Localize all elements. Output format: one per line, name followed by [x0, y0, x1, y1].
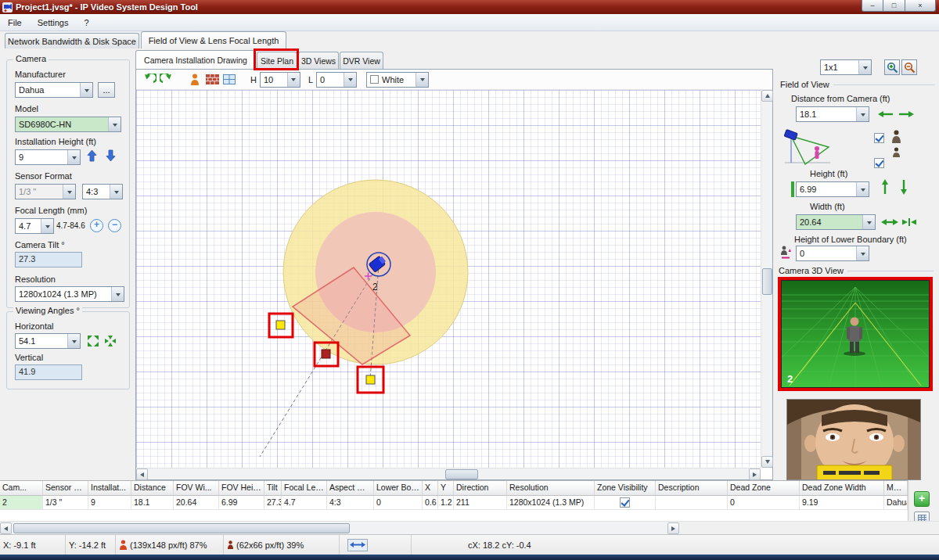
- width-expand-button[interactable]: [880, 217, 899, 227]
- col-aspect-ratio[interactable]: Aspect Ra...: [327, 481, 374, 496]
- site-plan-canvas[interactable]: 2: [136, 90, 761, 468]
- fov-direction-handle[interactable]: [322, 350, 330, 358]
- table-hscrollbar[interactable]: [0, 521, 681, 534]
- col-dead-zone[interactable]: Dead Zone: [728, 481, 800, 496]
- wall-color-select[interactable]: White: [366, 72, 429, 88]
- chevron-down-icon[interactable]: [111, 287, 124, 301]
- lower-camera-button[interactable]: [106, 149, 116, 163]
- cell-lower-boundary[interactable]: 0: [374, 496, 423, 510]
- wall-height-select[interactable]: 10: [260, 72, 300, 88]
- lower-boundary-select[interactable]: 0: [796, 246, 869, 261]
- chevron-down-icon[interactable]: [108, 117, 121, 131]
- col-resolution[interactable]: Resolution: [507, 481, 595, 496]
- chevron-down-icon[interactable]: [41, 219, 53, 233]
- cell-fov-height[interactable]: 6.99: [219, 496, 264, 510]
- col-zone-visibility[interactable]: Zone Visibility: [595, 481, 656, 496]
- width-shrink-button[interactable]: [901, 217, 918, 227]
- cell-fov-width[interactable]: 20.64: [174, 496, 219, 510]
- col-description[interactable]: Description: [656, 481, 728, 496]
- table-row[interactable]: 2 1/3 " 9 18.1 20.64 6.99 27.3 4.7 4:3 0…: [0, 496, 908, 510]
- model-select[interactable]: SD6980C-HN: [15, 117, 121, 132]
- close-button[interactable]: ×: [905, 0, 936, 12]
- chevron-down-icon[interactable]: [80, 83, 92, 97]
- col-dead-zone-width[interactable]: Dead Zone Width: [800, 481, 884, 496]
- chevron-down-icon[interactable]: [856, 246, 869, 260]
- cell-tilt[interactable]: 27.3: [264, 496, 282, 510]
- scroll-left-button[interactable]: [136, 468, 148, 480]
- chevron-down-icon[interactable]: [63, 185, 75, 199]
- vertical-angle-field[interactable]: 41.9: [15, 364, 82, 380]
- aspect-ratio-select[interactable]: 4:3: [82, 184, 123, 199]
- chevron-down-icon[interactable]: [416, 73, 428, 87]
- menu-help[interactable]: ?: [76, 16, 96, 29]
- cell-direction[interactable]: 211: [454, 496, 507, 510]
- add-wall-button[interactable]: [203, 71, 221, 88]
- wall-length-select[interactable]: 0: [316, 72, 357, 88]
- chevron-down-icon[interactable]: [856, 182, 869, 196]
- col-fov-width[interactable]: FOV Wi...: [174, 481, 219, 496]
- fov-distance-handle[interactable]: [366, 375, 375, 384]
- scroll-up-button[interactable]: [761, 90, 773, 102]
- tab-field-of-view[interactable]: Field of View & Lens Focal Length: [141, 31, 286, 48]
- chevron-down-icon[interactable]: [858, 60, 871, 74]
- zoom-out-button[interactable]: [901, 59, 917, 75]
- col-manufacturer[interactable]: Ma...: [884, 481, 908, 496]
- cell-distance[interactable]: 18.1: [131, 496, 174, 510]
- distance-increase-button[interactable]: [898, 109, 915, 119]
- menu-file[interactable]: File: [0, 16, 30, 29]
- width-select[interactable]: 20.64: [796, 214, 876, 230]
- col-installation[interactable]: Installat...: [88, 481, 131, 496]
- table-scroll-right-button[interactable]: [667, 522, 679, 534]
- cell-y[interactable]: 1.2: [438, 496, 454, 510]
- chevron-down-icon[interactable]: [67, 150, 80, 164]
- sensor-format-select[interactable]: 1/3 ": [15, 184, 76, 199]
- col-lower-boundary[interactable]: Lower Bou...: [374, 481, 423, 496]
- zoom-in-button[interactable]: [884, 59, 900, 75]
- cell-focal-length[interactable]: 4.7: [282, 496, 327, 510]
- vscroll-thumb[interactable]: [762, 268, 772, 295]
- col-camera[interactable]: Cam...: [0, 481, 43, 496]
- col-sensor-size[interactable]: Sensor Si...: [43, 481, 88, 496]
- cell-camera[interactable]: 2: [0, 496, 43, 510]
- scroll-right-button[interactable]: [749, 468, 761, 480]
- height-increase-button[interactable]: [880, 178, 890, 196]
- distance-decrease-button[interactable]: [877, 109, 894, 119]
- cell-dead-zone[interactable]: 0: [728, 496, 800, 510]
- cell-aspect-ratio[interactable]: 4:3: [327, 496, 374, 510]
- distance-select[interactable]: 18.1: [796, 106, 869, 122]
- chevron-down-icon[interactable]: [287, 73, 300, 87]
- raise-camera-button[interactable]: [87, 149, 97, 163]
- tab-camera-installation-drawing[interactable]: Camera Installation Drawing: [135, 50, 256, 69]
- col-x[interactable]: X: [423, 481, 438, 496]
- redo-button[interactable]: [158, 71, 175, 88]
- undo-button[interactable]: [141, 71, 158, 88]
- zone-visibility-checkbox[interactable]: [620, 497, 630, 508]
- tab-dvr-view[interactable]: DVR View: [340, 52, 383, 69]
- maximize-button[interactable]: □: [883, 0, 905, 12]
- show-adult-checkbox[interactable]: [874, 133, 884, 143]
- add-person-button[interactable]: [186, 71, 203, 88]
- canvas-vscrollbar[interactable]: [761, 90, 772, 468]
- chevron-down-icon[interactable]: [856, 107, 869, 121]
- col-y[interactable]: Y: [438, 481, 454, 496]
- height-select[interactable]: 6.99: [796, 181, 869, 197]
- chevron-down-icon[interactable]: [67, 334, 80, 348]
- focal-length-select[interactable]: 4.7: [15, 218, 54, 234]
- col-fov-height[interactable]: FOV Heig...: [219, 481, 264, 496]
- hscroll-thumb[interactable]: [445, 469, 478, 479]
- installation-height-select[interactable]: 9: [15, 149, 81, 165]
- zoom-in-lens-button[interactable]: +: [90, 219, 103, 232]
- add-camera-button[interactable]: +: [914, 491, 930, 507]
- tab-3d-views[interactable]: 3D Views: [298, 52, 339, 69]
- tab-network-bandwidth[interactable]: Network Bandwidth & Disk Space: [5, 33, 139, 48]
- manufacturer-select[interactable]: Dahua: [15, 82, 93, 98]
- camera-3d-view[interactable]: 2: [778, 277, 933, 391]
- camera-tilt-field[interactable]: 27.3: [15, 252, 82, 267]
- cell-dead-zone-width[interactable]: 9.19: [800, 496, 884, 510]
- table-scroll-left-button[interactable]: [0, 522, 12, 534]
- col-focal-length[interactable]: Focal Len...: [282, 481, 327, 496]
- cell-description[interactable]: [656, 496, 728, 510]
- resolution-select[interactable]: 1280x1024 (1.3 MP): [15, 286, 124, 302]
- cell-zone-visibility[interactable]: [595, 496, 656, 510]
- cell-manufacturer[interactable]: Dahua: [884, 496, 908, 510]
